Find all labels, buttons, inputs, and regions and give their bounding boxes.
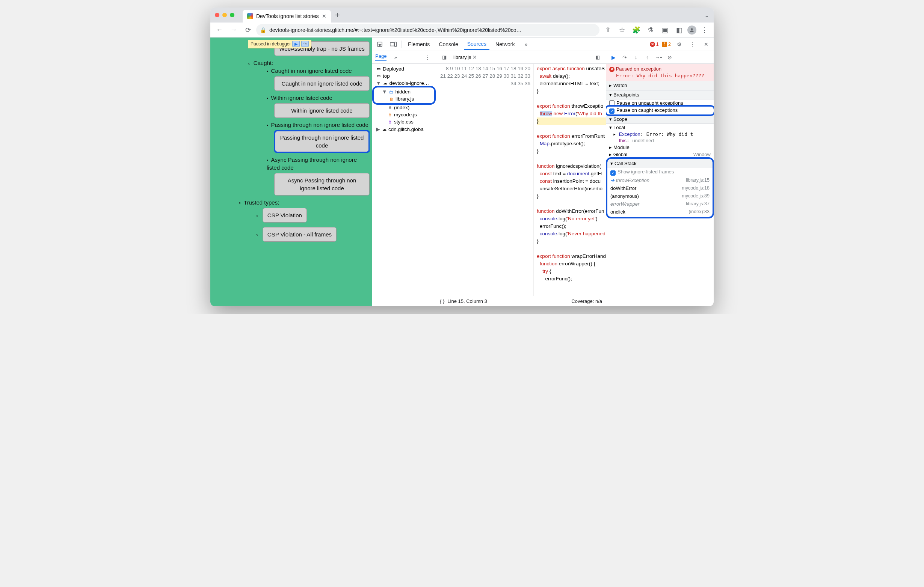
show-ignore-toggle[interactable]: ✓Show ignore-listed frames bbox=[607, 168, 713, 176]
inspect-element-icon[interactable] bbox=[375, 39, 385, 49]
tree-folder-hidden[interactable]: ▼🗀hidden bbox=[374, 88, 434, 95]
tree-file-index[interactable]: 🗎(index) bbox=[372, 104, 436, 111]
list-item bbox=[256, 230, 261, 238]
scope-this: this: undefined bbox=[606, 137, 714, 144]
tree-highlight: ▼🗀hidden 🗎library.js bbox=[374, 87, 434, 103]
close-file-icon[interactable]: ✕ bbox=[472, 54, 477, 60]
side-panel-icon[interactable]: ◧ bbox=[673, 24, 685, 36]
tree-file-style[interactable]: 🗎style.css bbox=[372, 118, 436, 125]
address-bar[interactable]: 🔒 devtools-ignore-list-stories.glitch.me… bbox=[256, 24, 599, 36]
labs-icon[interactable]: ⚗ bbox=[645, 24, 657, 36]
editor-tab[interactable]: library.js ✕ bbox=[453, 54, 477, 60]
svg-rect-2 bbox=[390, 43, 394, 46]
watch-section[interactable]: ▸ Watch bbox=[606, 81, 714, 90]
tree-cdn[interactable]: ▶☁cdn.glitch.globa bbox=[372, 125, 436, 133]
call-stack-frame[interactable]: ➔throwExceptionlibrary.js:15 bbox=[607, 176, 713, 184]
cursor-position: Line 15, Column 3 bbox=[447, 298, 487, 304]
resume-button[interactable]: ▶ bbox=[609, 53, 618, 62]
step-into-button[interactable]: ↓ bbox=[631, 53, 641, 62]
scope-exception[interactable]: ▸ Exception: Exception: Error: Why did t… bbox=[606, 131, 714, 137]
favicon-icon bbox=[247, 13, 253, 19]
trusted-types-heading: Trusted types: bbox=[225, 199, 370, 206]
tab-sources[interactable]: Sources bbox=[464, 39, 489, 50]
navigator-more-icon[interactable]: » bbox=[390, 52, 401, 62]
breakpoints-section[interactable]: ▾ Breakpoints bbox=[606, 90, 714, 99]
list-item: Caught in non ignore listed code bbox=[267, 67, 370, 75]
scope-local[interactable]: ▾ Local bbox=[606, 124, 714, 131]
call-stack-frame[interactable]: onclick(index):83 bbox=[607, 208, 713, 216]
scope-global[interactable]: ▸ GlobalWindow bbox=[606, 151, 714, 158]
call-stack-frame[interactable]: doWithErrormycode.js:18 bbox=[607, 184, 713, 192]
coverage-status: Coverage: n/a bbox=[571, 298, 602, 304]
devtools-menu-icon[interactable]: ⋮ bbox=[687, 39, 698, 49]
tab-title: DevTools ignore list stories bbox=[256, 13, 319, 19]
sources-editor: ◨ library.js ✕ ◧ 8 9 10 11 12 13 14 15 1… bbox=[436, 51, 606, 306]
new-tab-button[interactable]: + bbox=[332, 10, 343, 20]
scope-section[interactable]: ▾ Scope bbox=[606, 115, 714, 124]
tree-top[interactable]: ▭top bbox=[372, 72, 436, 80]
issues-badge[interactable]: !2 bbox=[662, 41, 671, 47]
more-tabs-icon[interactable]: » bbox=[521, 39, 531, 49]
page-button[interactable]: CSP Violation - All frames bbox=[262, 227, 337, 242]
content-area: Paused in debugger ▶ ↷ WebAssembly trap … bbox=[210, 38, 714, 306]
browser-menu-icon[interactable]: ⋮ bbox=[699, 24, 711, 36]
reload-button[interactable]: ⟳ bbox=[242, 24, 254, 36]
extensions-icon[interactable]: 🧩 bbox=[630, 24, 642, 36]
bookmark-icon[interactable]: ☆ bbox=[616, 24, 628, 36]
close-tab-icon[interactable]: ✕ bbox=[322, 13, 327, 19]
devtools-panel: Elements Console Sources Network » ✕1 !2… bbox=[372, 38, 714, 306]
tab-overflow-icon[interactable]: ⌄ bbox=[704, 12, 709, 19]
profile-avatar-icon[interactable] bbox=[687, 26, 696, 35]
call-stack-frame[interactable]: (anonymous)mycode.js:89 bbox=[607, 192, 713, 200]
tab-network[interactable]: Network bbox=[492, 39, 518, 49]
browser-tab[interactable]: DevTools ignore list stories ✕ bbox=[243, 10, 331, 23]
scope-module[interactable]: ▸ Module bbox=[606, 144, 714, 151]
overlay-resume-button[interactable]: ▶ bbox=[292, 41, 300, 47]
sources-navigator: Page » ⋮ ▭Deployed ▭top ▼☁devtools-ignor… bbox=[372, 51, 436, 306]
share-icon[interactable]: ⇧ bbox=[602, 24, 614, 36]
page-button[interactable]: Within ignore listed code bbox=[274, 103, 370, 118]
format-icon[interactable]: { } bbox=[440, 298, 444, 304]
page-button[interactable]: Async Passing through non ignore listed … bbox=[274, 173, 370, 196]
toggle-navigator-icon[interactable]: ◨ bbox=[439, 52, 450, 62]
page-button[interactable]: CSP Violation bbox=[262, 208, 307, 222]
close-window-button[interactable] bbox=[215, 13, 219, 17]
code-viewer[interactable]: 8 9 10 11 12 13 14 15 16 17 18 19 20 21 … bbox=[436, 64, 606, 296]
minimize-window-button[interactable] bbox=[222, 13, 227, 17]
errors-badge[interactable]: ✕1 bbox=[650, 41, 659, 47]
pause-reason-message: Error: Why did this happen???? bbox=[616, 73, 711, 79]
toggle-debugger-icon[interactable]: ◧ bbox=[592, 52, 603, 62]
step-button[interactable]: →• bbox=[653, 53, 663, 62]
bp-caught-row[interactable]: ✓Pause on caught exceptions bbox=[606, 107, 714, 115]
maximize-window-button[interactable] bbox=[230, 13, 234, 17]
titlebar: DevTools ignore list stories ✕ + ⌄ bbox=[210, 8, 714, 23]
devtools-extension-icon[interactable]: ▣ bbox=[659, 24, 671, 36]
close-devtools-icon[interactable]: ✕ bbox=[701, 39, 711, 49]
tab-elements[interactable]: Elements bbox=[405, 39, 433, 49]
page-button[interactable]: Caught in non ignore listed code bbox=[274, 76, 370, 91]
url-text: devtools-ignore-list-stories.glitch.me/#… bbox=[269, 27, 522, 33]
tree-file-library[interactable]: 🗎library.js bbox=[374, 95, 434, 102]
lock-icon: 🔒 bbox=[260, 27, 266, 33]
bp-uncaught-row[interactable]: Pause on uncaught exceptions bbox=[606, 99, 714, 107]
navigator-menu-icon[interactable]: ⋮ bbox=[422, 52, 433, 62]
settings-icon[interactable]: ⚙ bbox=[674, 39, 684, 49]
overlay-step-button[interactable]: ↷ bbox=[301, 41, 309, 47]
call-stack-frame[interactable]: errorWrapperlibrary.js:37 bbox=[607, 200, 713, 208]
step-over-button[interactable]: ↷ bbox=[620, 53, 630, 62]
list-item: Async Passing through non ignore listed … bbox=[267, 156, 370, 171]
navigator-tab-page[interactable]: Page bbox=[375, 53, 386, 61]
tree-deployed[interactable]: ▭Deployed bbox=[372, 65, 436, 72]
svg-rect-3 bbox=[395, 42, 397, 46]
tab-console[interactable]: Console bbox=[436, 39, 461, 49]
svg-point-0 bbox=[691, 28, 693, 30]
page-button-highlighted[interactable]: Passing through non ignore listed code bbox=[274, 130, 370, 153]
call-stack-section[interactable]: ▾ Call Stack bbox=[607, 159, 713, 168]
step-out-button[interactable]: ↑ bbox=[642, 53, 652, 62]
deactivate-breakpoints-button[interactable]: ⊘ bbox=[665, 53, 675, 62]
debugger-sidebar: ▶ ↷ ↓ ↑ →• ⊘ ✕ Paused on exception Error… bbox=[606, 51, 714, 306]
back-button[interactable]: ← bbox=[213, 24, 225, 36]
tree-origin[interactable]: ▼☁devtools-ignore… bbox=[372, 80, 436, 87]
device-toolbar-icon[interactable] bbox=[388, 39, 399, 49]
tree-file-mycode[interactable]: 🗎mycode.js bbox=[372, 111, 436, 118]
